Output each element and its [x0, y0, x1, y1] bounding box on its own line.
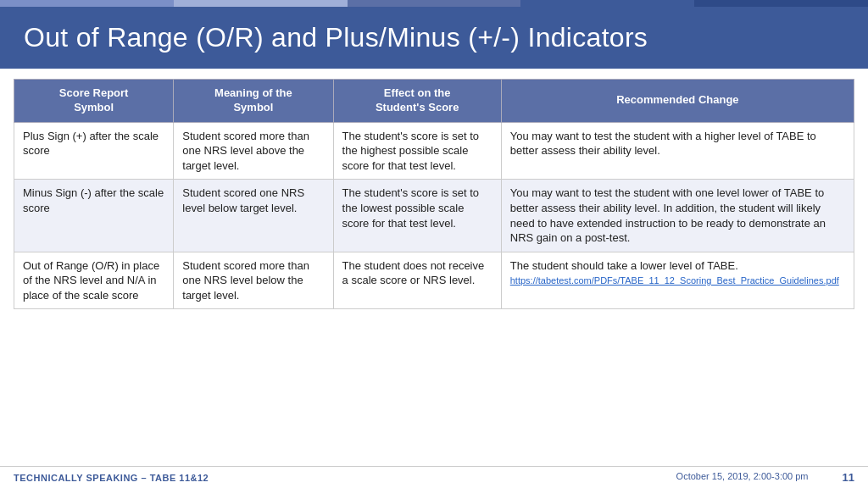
- indicators-table: Score ReportSymbol Meaning of theSymbol …: [14, 79, 854, 309]
- top-color-bar: [0, 0, 868, 7]
- cell-effect: The student does not receive a scale sco…: [333, 252, 501, 309]
- cell-recommended: The student should take a lower level of…: [501, 252, 854, 309]
- top-bar-segment: [694, 0, 868, 7]
- cell-effect: The student's score is set to the highes…: [333, 122, 501, 180]
- table-container: Score ReportSymbol Meaning of theSymbol …: [0, 69, 868, 309]
- top-bar-segment: [0, 0, 174, 7]
- cell-meaning: Student scored more than one NRS level b…: [174, 252, 333, 309]
- footer: TECHNICALLY SPEAKING – TABE 11&12 Octobe…: [0, 466, 868, 488]
- page-title: Out of Range (O/R) and Plus/Minus (+/-) …: [24, 22, 844, 53]
- cell-recommended: You may want to test the student with on…: [501, 180, 854, 252]
- footer-date: October 15, 2019, 2:00-3:00 pm: [676, 471, 809, 484]
- cell-recommended: You may want to test the student with a …: [501, 122, 854, 180]
- col-header-effect: Effect on theStudent's Score: [333, 80, 501, 123]
- col-header-recommended: Recommended Change: [501, 80, 854, 123]
- footer-left-text: TECHNICALLY SPEAKING – TABE 11&12: [14, 473, 209, 483]
- cell-meaning: Student scored one NRS level below targe…: [174, 180, 333, 252]
- col-header-symbol: Score ReportSymbol: [14, 80, 174, 123]
- footer-right: October 15, 2019, 2:00-3:00 pm 11: [676, 471, 854, 484]
- col-header-meaning: Meaning of theSymbol: [174, 80, 333, 123]
- cell-symbol: Minus Sign (-) after the scale score: [14, 180, 174, 252]
- cell-meaning: Student scored more than one NRS level a…: [174, 122, 333, 180]
- cell-effect: The student's score is set to the lowest…: [333, 180, 501, 252]
- cell-symbol: Out of Range (O/R) in place of the NRS l…: [14, 252, 174, 309]
- table-row: Plus Sign (+) after the scale scoreStude…: [14, 122, 854, 180]
- cell-symbol: Plus Sign (+) after the scale score: [14, 122, 174, 180]
- reference-link[interactable]: https://tabetest.com/PDFs/TABE_11_12_Sco…: [510, 275, 839, 286]
- top-bar-segment: [348, 0, 521, 7]
- table-header-row: Score ReportSymbol Meaning of theSymbol …: [14, 80, 854, 123]
- top-bar-segment: [174, 0, 348, 7]
- table-row: Minus Sign (-) after the scale scoreStud…: [14, 180, 854, 252]
- title-section: Out of Range (O/R) and Plus/Minus (+/-) …: [0, 7, 868, 69]
- table-row: Out of Range (O/R) in place of the NRS l…: [14, 252, 854, 309]
- footer-page: 11: [843, 471, 854, 484]
- top-bar-segment: [520, 0, 694, 7]
